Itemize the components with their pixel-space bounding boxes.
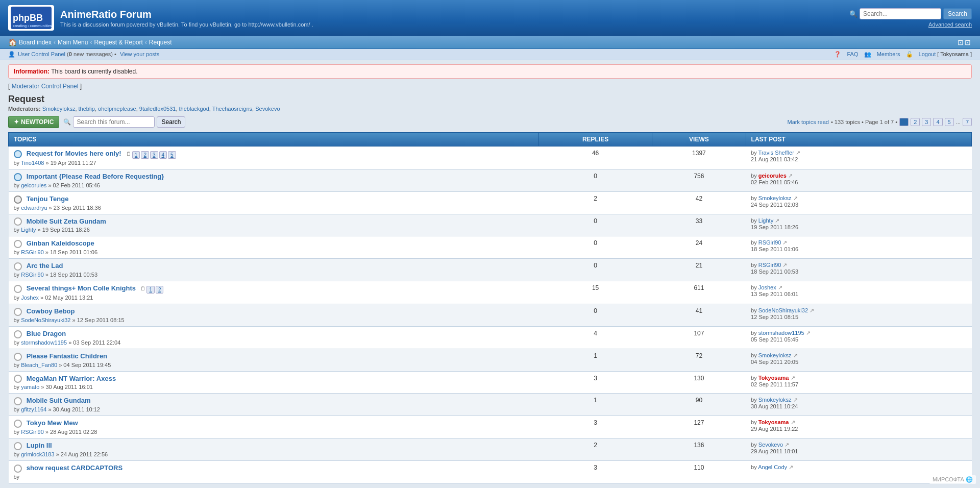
topic-author-link[interactable]: RSGirl90	[21, 429, 44, 435]
topic-title-link[interactable]: Mobile Suit Zeta Gundam	[27, 217, 106, 225]
mark-topics-read-link[interactable]: Mark topics read	[788, 119, 829, 125]
last-post-author[interactable]: Angel Cody	[758, 464, 787, 470]
last-post-author[interactable]: Lighty	[758, 217, 773, 224]
topic-title-link[interactable]: Cowboy Bebop	[27, 307, 75, 315]
mini-page-2[interactable]: 2	[156, 286, 164, 294]
ucp-link[interactable]: User Control Panel	[18, 51, 65, 57]
last-post-view-icon[interactable]: ↗	[782, 262, 787, 268]
mini-page-1[interactable]: 1	[132, 151, 140, 159]
last-post-author[interactable]: RSGirl90	[758, 239, 781, 246]
header-search-input[interactable]	[860, 8, 941, 19]
last-post-author[interactable]: Smokeyloksz	[758, 195, 792, 201]
last-post-author[interactable]: Joshex	[758, 284, 776, 290]
page-link-7[interactable]: 7	[963, 118, 972, 126]
last-post-view-icon[interactable]: ↗	[778, 284, 782, 290]
page-link-1[interactable]: 1	[899, 118, 909, 126]
header-search-button[interactable]: Search	[943, 8, 972, 19]
resize-icons[interactable]: ⊡⊡	[958, 38, 972, 46]
page-link-4[interactable]: 4	[933, 118, 942, 126]
last-post-author[interactable]: Smokeyloksz	[758, 352, 792, 358]
last-post-view-icon[interactable]: ↗	[782, 239, 787, 246]
mod-thechaosreigns[interactable]: Thechaosreigns	[212, 106, 252, 112]
topic-title-link[interactable]: Mobile Suit Gundam	[27, 397, 91, 404]
mini-page-3[interactable]: 3	[150, 151, 158, 159]
topic-title-link[interactable]: Important {Please Read Before Requesting…	[27, 173, 164, 180]
topic-title-link[interactable]: Ginban Kaleidoscope	[27, 239, 94, 247]
topic-author-link[interactable]: Joshex	[21, 295, 39, 301]
mini-page-5[interactable]: 5	[168, 151, 176, 159]
last-post-view-icon[interactable]: ↗	[793, 397, 798, 403]
topic-author-link[interactable]: Lighty	[21, 227, 36, 233]
members-link[interactable]: Members	[877, 51, 900, 57]
topic-title-link[interactable]: Blue Dragon	[27, 330, 66, 337]
last-post-author[interactable]: geicorules	[758, 173, 787, 179]
last-post-author[interactable]: SodeNoShirayuki32	[758, 307, 808, 313]
mod-ohelpmeplease[interactable]: ohelpmeplease	[98, 106, 136, 112]
last-post-view-icon[interactable]: ↗	[775, 217, 779, 224]
page-link-5[interactable]: 5	[945, 118, 954, 126]
topic-author-link[interactable]: Bleach_Fan80	[21, 362, 57, 368]
table-header-row: TOPICS REPLIES VIEWS LAST POST	[9, 133, 972, 147]
breadcrumb-request[interactable]: Request	[149, 39, 172, 46]
topic-author-link[interactable]: RSGirl90	[21, 249, 44, 255]
forum-search-input[interactable]	[73, 116, 155, 128]
page-link-3[interactable]: 3	[922, 118, 931, 126]
last-post-view-icon[interactable]: ↗	[806, 330, 811, 336]
topic-title-link[interactable]: Tokyo Mew Mew	[27, 419, 78, 427]
view-count: 136	[652, 438, 746, 461]
last-post-author[interactable]: RSGirl90	[758, 262, 781, 268]
faq-link[interactable]: FAQ	[847, 51, 859, 57]
topic-title-link[interactable]: Request for Movies here only!	[27, 150, 121, 157]
last-post-view-icon[interactable]: ↗	[793, 352, 798, 358]
topic-title-link[interactable]: Tenjou Tenge	[27, 195, 69, 203]
topic-author-link[interactable]: SodeNoShirayuki32	[21, 317, 70, 323]
last-post-view-icon[interactable]: ↗	[791, 419, 795, 425]
topic-title-link[interactable]: Please Fantastic Children	[27, 352, 107, 360]
reply-count: 0	[538, 214, 652, 236]
mod-theblackgod[interactable]: theblackgod	[179, 106, 209, 112]
topic-author-link[interactable]: RSGirl90	[21, 272, 44, 278]
topic-author-link[interactable]: gfitzy1164	[21, 406, 46, 412]
forum-search-button[interactable]: Search	[157, 116, 185, 128]
last-post-author[interactable]: Sevokevo	[758, 442, 783, 448]
mod-theblip[interactable]: theblip	[79, 106, 95, 112]
topic-title-link[interactable]: Arc the Lad	[27, 262, 63, 270]
page-link-2[interactable]: 2	[911, 118, 920, 126]
last-post-author[interactable]: Travis Sheffler	[758, 150, 794, 156]
mini-page-1[interactable]: 1	[146, 286, 155, 294]
last-post-view-icon[interactable]: ↗	[791, 375, 795, 381]
mod-sevokevo[interactable]: Sevokevo	[255, 106, 280, 112]
mini-page-2[interactable]: 2	[141, 151, 149, 159]
topic-author-link[interactable]: stormshadow1195	[21, 339, 67, 346]
topic-author-link[interactable]: geicorules	[21, 182, 46, 188]
mod-9tailedfox[interactable]: 9tailedfox0531	[139, 106, 176, 112]
last-post-author[interactable]: Tokyosama	[758, 419, 789, 425]
last-post-view-icon[interactable]: ↗	[788, 173, 793, 179]
topic-title-link[interactable]: Several things+ Mon Colle Knights	[27, 284, 136, 292]
mini-page-4[interactable]: 4	[159, 151, 167, 159]
last-post-author[interactable]: Tokyosama	[758, 375, 789, 381]
breadcrumb-main-menu[interactable]: Main Menu	[58, 39, 88, 46]
topic-title-link[interactable]: Lupin III	[27, 442, 52, 449]
topic-title-link[interactable]: MegaMan NT Warrior: Axess	[27, 375, 116, 382]
last-post-view-icon[interactable]: ↗	[793, 195, 798, 201]
topic-author-link[interactable]: grimlock3183	[21, 451, 54, 457]
last-post-view-icon[interactable]: ↗	[789, 464, 793, 470]
last-post-author[interactable]: stormshadow1195	[758, 330, 804, 336]
topic-author-link[interactable]: edwardryu	[21, 205, 47, 211]
last-post-view-icon[interactable]: ↗	[785, 442, 789, 448]
breadcrumb-request-report[interactable]: Request & Report	[94, 39, 142, 46]
topic-author-link[interactable]: yamato	[21, 384, 39, 390]
last-post-author[interactable]: Smokeyloksz	[758, 397, 792, 403]
mod-smokeyloksz[interactable]: Smokeyloksz	[42, 106, 76, 112]
logout-link[interactable]: Logout	[919, 51, 936, 57]
topic-author-link[interactable]: Tino1408	[21, 160, 44, 166]
new-topic-button[interactable]: ✦ NEWTOPIC	[8, 116, 59, 128]
advanced-search-link[interactable]: Advanced search	[928, 21, 972, 28]
mod-panel-link[interactable]: Moderator Control Panel	[12, 83, 79, 90]
topic-title-link[interactable]: show request CARDCAPTORS	[27, 464, 122, 472]
last-post-view-icon[interactable]: ↗	[796, 150, 800, 156]
breadcrumb-board-index[interactable]: Board index	[19, 39, 52, 46]
last-post-view-icon[interactable]: ↗	[810, 307, 814, 313]
view-posts-link[interactable]: View your posts	[120, 51, 159, 57]
